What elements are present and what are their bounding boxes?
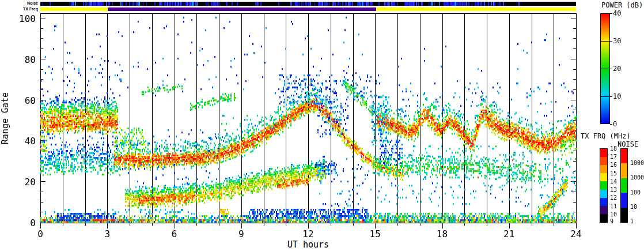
x-tick-label: 3 — [94, 228, 120, 239]
power-colorbar-tick-label: 20 — [613, 65, 621, 73]
txfrq-colorbar-label: 11 — [610, 203, 617, 209]
txfrq-colorbar-label: 15 — [610, 170, 617, 177]
x-tick-label: 21 — [497, 228, 522, 239]
txfrq-colorbar-title: TX FRQ (MHz) — [581, 132, 631, 140]
y-tick-label: 40 — [10, 136, 36, 147]
y-axis-title: Range Gate — [0, 78, 10, 159]
txfrq-colorbar-label: 17 — [610, 153, 617, 160]
y-tick-label: 20 — [10, 177, 36, 188]
power-colorbar-title: POWER (dB) — [601, 1, 643, 9]
txfrq-colorbar-label: 13 — [610, 186, 617, 193]
txfrq-colorbar-label: 10 — [610, 211, 617, 218]
noise-colorbar-label: 100 — [630, 189, 641, 196]
x-axis-title: UT hours — [268, 239, 348, 250]
x-tick-label: 15 — [362, 228, 388, 239]
txfrq-colorbar — [600, 148, 608, 223]
noise-colorbar-label: 1000 — [630, 174, 644, 181]
y-tick-label: 80 — [10, 54, 36, 65]
y-tick-label: 100 — [10, 13, 36, 24]
rti-figure: Noise TX Freq Range Gate UT hours 036912… — [0, 0, 644, 251]
txfrq-colorbar-label: 9 — [610, 218, 613, 224]
rti-plot-canvas — [0, 0, 599, 231]
txfrq-colorbar-label: 14 — [610, 178, 617, 185]
txfrq-colorbar-label: 12 — [610, 194, 617, 201]
x-tick-label: 6 — [162, 228, 187, 239]
power-colorbar-tick-label: 40 — [613, 9, 621, 17]
y-tick-label: 0 — [10, 218, 36, 228]
noise-colorbar-label: 1 — [630, 218, 634, 224]
txfrq-colorbar-label: 16 — [610, 162, 617, 168]
noise-colorbar — [620, 148, 628, 223]
x-tick-label: 18 — [430, 228, 455, 239]
x-tick-label: 9 — [229, 228, 254, 239]
x-tick-label: 24 — [563, 228, 589, 239]
noise-colorbar-label: 10000 — [630, 160, 644, 166]
y-tick-label: 60 — [10, 95, 36, 106]
power-colorbar-tick-label: 0 — [613, 120, 617, 128]
x-tick-label: 12 — [296, 228, 321, 239]
x-tick-label: 0 — [28, 228, 53, 239]
power-colorbar-tick-label: 10 — [613, 92, 621, 100]
noise-colorbar-title: NOISE — [618, 140, 638, 148]
txfrq-colorbar-label: 18 — [610, 145, 617, 152]
power-colorbar-tick-label: 30 — [613, 37, 621, 45]
noise-colorbar-label: 10 — [630, 204, 637, 210]
